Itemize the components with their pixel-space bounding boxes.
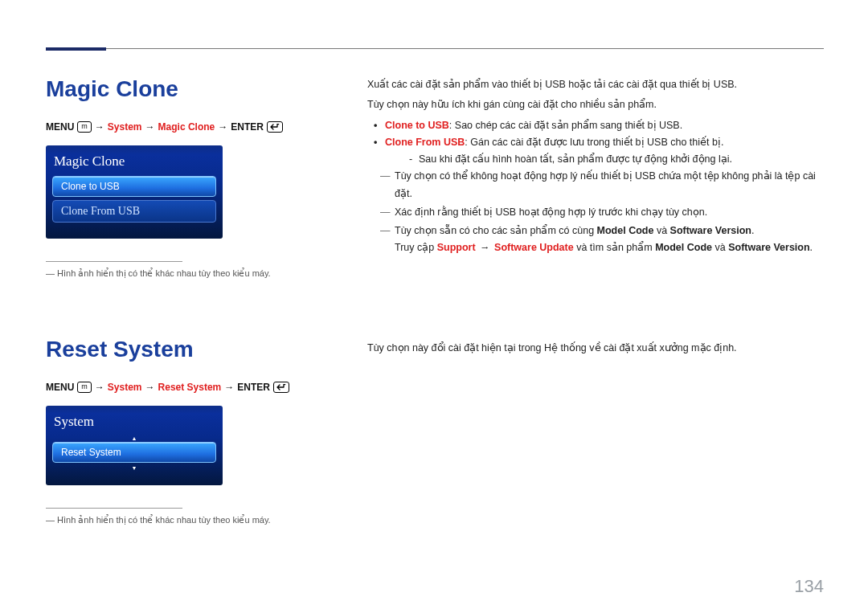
enter-label: ENTER	[231, 121, 264, 133]
osd-item-clone-from-usb[interactable]: Clone From USB	[52, 200, 216, 223]
arrow-icon: →	[218, 121, 227, 133]
note-verify-usb: Xác định rằng thiết bị USB hoạt động hợp…	[367, 204, 824, 221]
label-clone-to-usb: Clone to USB	[385, 120, 449, 131]
section-title-reset-system: Reset System	[46, 337, 351, 362]
image-disclaimer: Hình ảnh hiển thị có thể khác nhau tùy t…	[46, 515, 351, 525]
note-invalid-file: Tùy chọn có thể không hoạt động hợp lý n…	[367, 168, 824, 202]
enter-label: ENTER	[237, 382, 270, 393]
osd-panel-reset-system: System ▲ Reset System ▼	[46, 406, 223, 485]
arrow-up-icon[interactable]: ▲	[52, 436, 216, 441]
bullet-clone-from-usb: Clone From USB: Gán các cài đặt được lưu…	[367, 134, 824, 169]
desc-p1: Tùy chọn này đổi cài đặt hiện tại trong …	[367, 340, 824, 357]
header-rule	[46, 48, 824, 51]
text-clone-to-usb: : Sao chép các cài đặt sản phẩm sang thi…	[449, 120, 682, 131]
enter-icon	[273, 382, 289, 393]
menu-path-reset-system: MENU m → System → Reset System → ENTER	[46, 382, 351, 393]
divider	[46, 508, 182, 509]
text-clone-from-usb: : Gán các cài đặt được lưu trong thiết b…	[465, 137, 723, 148]
divider	[46, 261, 182, 262]
bullet-clone-to-usb: Clone to USB: Sao chép các cài đặt sản p…	[367, 117, 824, 134]
nav-system: System	[108, 382, 142, 393]
desc-p1: Xuất các cài đặt sản phẩm vào thiết bị U…	[367, 76, 824, 93]
menu-icon: m	[77, 121, 92, 133]
osd-heading: System	[52, 412, 216, 436]
sub-bullet-reboot: Sau khi đặt cấu hình hoàn tất, sản phẩm …	[385, 151, 824, 168]
enter-icon	[267, 121, 283, 133]
arrow-icon: →	[224, 382, 234, 393]
osd-heading: Magic Clone	[52, 152, 216, 176]
svg-rect-0	[277, 124, 279, 125]
arrow-icon: →	[145, 382, 155, 393]
menu-icon: m	[77, 382, 92, 393]
image-disclaimer: Hình ảnh hiển thị có thể khác nhau tùy t…	[46, 268, 351, 279]
arrow-icon: →	[95, 121, 104, 133]
arrow-icon: →	[145, 121, 155, 133]
arrow-icon: →	[95, 382, 104, 393]
arrow-down-icon[interactable]: ▼	[52, 466, 216, 471]
page-number: 134	[794, 576, 824, 597]
menu-label: MENU	[46, 121, 74, 133]
osd-panel-magic-clone: Magic Clone Clone to USB Clone From USB	[46, 145, 223, 239]
description-reset-system: Tùy chọn này đổi cài đặt hiện tại trong …	[367, 337, 824, 357]
menu-label: MENU	[46, 382, 74, 393]
nav-item: Magic Clone	[158, 121, 215, 133]
osd-item-clone-to-usb[interactable]: Clone to USB	[52, 176, 216, 197]
nav-system: System	[108, 121, 142, 133]
note-model-version: Tùy chọn sẵn có cho các sản phẩm có cùng…	[367, 223, 824, 257]
nav-item: Reset System	[158, 382, 222, 393]
svg-rect-1	[284, 384, 285, 385]
menu-path-magic-clone: MENU m → System → Magic Clone → ENTER	[46, 121, 351, 133]
osd-item-label: Reset System	[61, 447, 207, 458]
description-magic-clone: Xuất các cài đặt sản phẩm vào thiết bị U…	[367, 76, 824, 257]
section-title-magic-clone: Magic Clone	[46, 76, 351, 102]
osd-item-reset-system[interactable]: Reset System	[52, 442, 216, 463]
label-clone-from-usb: Clone From USB	[385, 137, 465, 148]
desc-p2: Tùy chọn này hữu ích khi gán cùng cài đặ…	[367, 96, 824, 113]
